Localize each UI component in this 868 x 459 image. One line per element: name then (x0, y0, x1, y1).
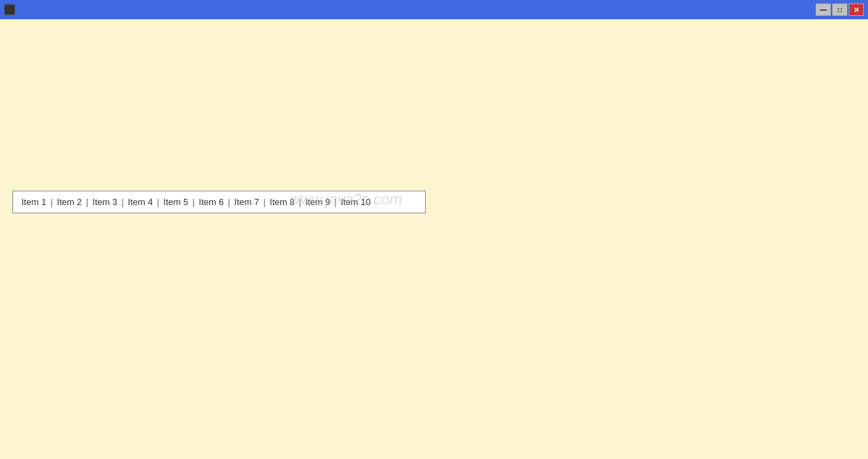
list-separator: | (334, 197, 336, 207)
title-bar-buttons: — □ ✕ (816, 3, 864, 16)
list-container: Item 1 |Item 2 |Item 3 |Item 4 |Item 5 |… (12, 191, 426, 213)
list-item: Item 4 (128, 197, 153, 207)
list-item: Item 2 (57, 197, 82, 207)
list-separator: | (121, 197, 123, 207)
list-separator: | (86, 197, 88, 207)
close-button[interactable]: ✕ (849, 3, 864, 16)
list-separator: | (263, 197, 265, 207)
list-item: Item 6 (199, 197, 224, 207)
list-separator: | (299, 197, 301, 207)
app-icon (4, 4, 15, 15)
list-separator: | (192, 197, 194, 207)
list-item: Item 7 (234, 197, 259, 207)
main-window: — □ ✕ Item 1 |Item 2 |Item 3 |Item 4 |It… (0, 0, 868, 459)
title-bar-left (4, 4, 15, 15)
list-separator: | (157, 197, 159, 207)
list-item: Item 9 (305, 197, 330, 207)
list-items: Item 1 |Item 2 |Item 3 |Item 4 |Item 5 |… (21, 197, 371, 207)
content-area: Item 1 |Item 2 |Item 3 |Item 4 |Item 5 |… (0, 19, 868, 459)
list-item: Item 1 (21, 197, 46, 207)
title-bar: — □ ✕ (0, 0, 868, 19)
maximize-button[interactable]: □ (832, 3, 847, 16)
list-separator: | (50, 197, 52, 207)
list-item: Item 5 (163, 197, 188, 207)
list-item: Item 3 (92, 197, 117, 207)
minimize-button[interactable]: — (816, 3, 831, 16)
list-item: Item 10 (341, 197, 371, 207)
list-item: Item 8 (270, 197, 295, 207)
list-separator: | (228, 197, 230, 207)
